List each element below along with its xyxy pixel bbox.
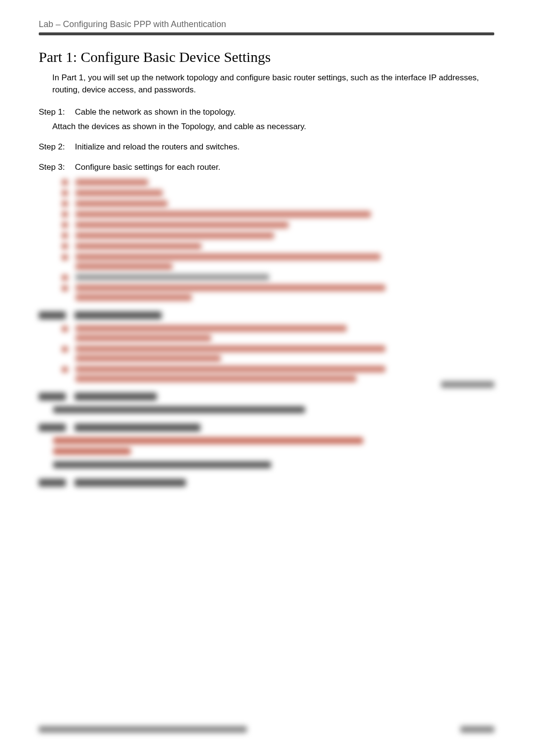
blurred-list-item [62,232,494,239]
blurred-step-title [75,311,162,319]
blurred-text-line [76,375,356,382]
blurred-step-label [39,311,66,319]
blurred-list-marker [62,233,68,238]
blurred-text-line [76,179,148,186]
blurred-text-line [76,253,381,260]
blurred-list-item [62,222,494,228]
blurred-list-item [62,366,494,382]
blurred-text-line [76,325,347,332]
blurred-text-line [53,448,131,455]
blurred-list-item [62,179,494,186]
blurred-text-line [76,335,211,341]
blurred-list-marker [62,285,68,291]
step-2-heading: Step 2: Initialize and reload the router… [39,142,494,152]
blurred-list-item [62,211,494,218]
blurred-step-title [75,424,200,431]
blurred-list-item [62,274,494,281]
blurred-text-line [76,232,274,239]
blurred-step7 [48,479,494,487]
header-rule [39,32,494,35]
blurred-text-line [76,222,289,228]
blurred-step-title [75,393,157,400]
blurred-text-line [76,284,385,291]
blurred-text-line [76,366,385,372]
blurred-list-marker [62,275,68,281]
blurred-list-marker [62,346,68,352]
blurred-text-line [53,437,363,444]
blurred-list-marker [62,190,68,196]
blurred-list-item [62,253,494,270]
blurred-text-line [76,294,192,301]
step-1-body: Attach the devices as shown in the Topol… [52,122,494,132]
blurred-list-marker [62,179,68,185]
blurred-list-marker [62,222,68,228]
blurred-step5 [48,393,494,413]
step-1-heading: Step 1: Cable the network as shown in th… [39,107,494,117]
blurred-text-line [76,263,172,270]
blurred-list-marker [62,326,68,332]
blurred-list-item [62,345,494,362]
blurred-list-item [62,190,494,196]
blurred-text-line [76,243,201,250]
footer-copyright [39,726,247,733]
blurred-list-item [62,243,494,250]
blurred-text-line [53,406,305,413]
blurred-text-line [76,190,163,196]
blurred-text-line [76,200,168,207]
blurred-list-marker [62,254,68,260]
blurred-step-title [75,479,186,487]
blurred-step-label [39,424,66,431]
blurred-step6 [48,424,494,468]
blurred-annotation [441,381,494,388]
step-label: Step 2: [39,142,73,152]
blurred-text-line [76,345,385,352]
footer-page-number [460,726,494,733]
blurred-list-marker [62,211,68,217]
blurred-list-item [62,200,494,207]
step-title: Configure basic settings for each router… [75,163,221,172]
blurred-list-item [62,284,494,301]
blurred-step-label [39,393,66,400]
step-3-heading: Step 3: Configure basic settings for eac… [39,163,494,172]
blurred-list-item [62,325,494,341]
blurred-text-line [76,211,371,218]
step-title: Initialize and reload the routers and sw… [75,142,240,151]
page-footer [39,726,494,733]
blurred-step3-list [62,179,494,301]
blurred-list-marker [62,201,68,207]
blurred-text-line [76,355,221,362]
blurred-step-label [39,479,66,487]
blurred-text-line [53,461,271,468]
document-page: Lab – Configuring Basic PPP with Authent… [0,0,533,756]
blurred-text-line [76,274,269,281]
blurred-list-marker [62,243,68,249]
part-description: In Part 1, you will set up the network t… [52,72,494,96]
part-title: Part 1: Configure Basic Device Settings [39,49,494,65]
blurred-list-marker [62,367,68,372]
header-title: Lab – Configuring Basic PPP with Authent… [39,19,494,30]
blurred-step4 [48,311,494,382]
step-title: Cable the network as shown in the topolo… [75,107,236,117]
step-label: Step 1: [39,107,73,117]
step-label: Step 3: [39,163,73,172]
